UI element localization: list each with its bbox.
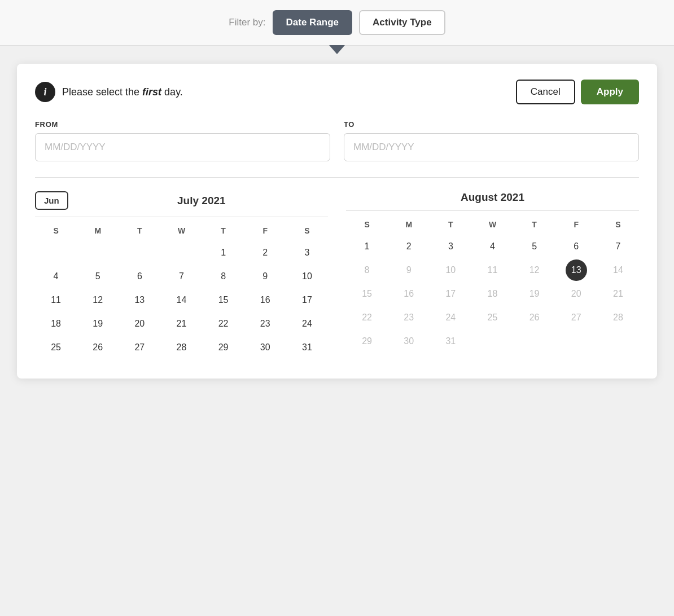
to-label: TO	[344, 120, 639, 129]
july-day-14[interactable]: 14	[170, 289, 192, 311]
july-empty-2	[87, 242, 108, 263]
apply-button[interactable]: Apply	[581, 80, 639, 104]
aug-day-26: 26	[524, 307, 545, 328]
aug-day-9: 9	[398, 259, 419, 281]
aug-day-16: 16	[398, 283, 419, 305]
aug-day-21: 21	[607, 283, 629, 305]
date-range-filter-button[interactable]: Date Range	[273, 10, 353, 35]
aug-day-10: 10	[440, 259, 461, 281]
july-day-22[interactable]: 22	[213, 313, 234, 335]
aug-header-fri: F	[555, 220, 597, 234]
aug-day-28: 28	[607, 307, 629, 328]
info-left: i Please select the first day.	[35, 82, 183, 102]
aug-day-15: 15	[356, 283, 378, 305]
cancel-button[interactable]: Cancel	[516, 80, 575, 104]
prev-month-button[interactable]: Jun	[35, 191, 68, 210]
aug-day-22: 22	[356, 307, 378, 328]
panel-top-row: i Please select the first day. Cancel Ap…	[35, 80, 639, 104]
july-title: July 2021	[75, 195, 328, 207]
july-header-tue: T	[119, 226, 160, 240]
aug-day-23: 23	[398, 307, 419, 328]
date-picker-panel: i Please select the first day. Cancel Ap…	[17, 64, 657, 379]
july-day-18[interactable]: 18	[45, 313, 67, 335]
aug-empty-2	[524, 331, 545, 352]
july-day-28[interactable]: 28	[170, 337, 192, 358]
july-header-sun: S	[35, 226, 77, 240]
july-header-fri: F	[244, 226, 286, 240]
filter-bar: Filter by: Date Range Activity Type	[0, 0, 674, 46]
filter-label: Filter by:	[229, 17, 265, 28]
july-header-sat: S	[286, 226, 328, 240]
august-calendar: August 2021 S M T W T F S 1 2 3 4	[346, 191, 639, 358]
july-day-10[interactable]: 10	[296, 266, 318, 287]
july-day-29[interactable]: 29	[213, 337, 234, 358]
july-day-6[interactable]: 6	[129, 266, 150, 287]
info-icon: i	[35, 82, 55, 102]
to-field: TO	[344, 120, 639, 161]
july-day-4[interactable]: 4	[45, 266, 67, 287]
aug-empty-1	[482, 331, 503, 352]
aug-day-14: 14	[607, 259, 629, 281]
page-container: Filter by: Date Range Activity Type i Pl…	[0, 0, 674, 616]
aug-empty-4	[607, 331, 629, 352]
july-empty-3	[129, 242, 150, 263]
july-day-1[interactable]: 1	[213, 242, 234, 263]
july-header-thu: T	[203, 226, 244, 240]
from-field: FROM	[35, 120, 330, 161]
july-divider	[35, 217, 328, 217]
aug-day-1[interactable]: 1	[356, 236, 378, 257]
to-input[interactable]	[344, 133, 639, 161]
july-day-5[interactable]: 5	[87, 266, 108, 287]
july-empty-4	[170, 242, 192, 263]
july-day-19[interactable]: 19	[87, 313, 108, 335]
aug-day-17: 17	[440, 283, 461, 305]
july-day-21[interactable]: 21	[170, 313, 192, 335]
july-day-31[interactable]: 31	[296, 337, 318, 358]
august-calendar-header: August 2021	[346, 191, 639, 204]
aug-day-13[interactable]: 13	[566, 259, 587, 281]
aug-day-11: 11	[482, 259, 503, 281]
aug-day-6[interactable]: 6	[566, 236, 587, 257]
july-header-wed: W	[160, 226, 202, 240]
date-inputs-row: FROM TO	[35, 120, 639, 161]
july-day-11[interactable]: 11	[45, 289, 67, 311]
august-divider	[346, 210, 639, 211]
july-day-16[interactable]: 16	[255, 289, 276, 311]
july-header-mon: M	[77, 226, 119, 240]
july-day-15[interactable]: 15	[213, 289, 234, 311]
july-day-20[interactable]: 20	[129, 313, 150, 335]
aug-day-18: 18	[482, 283, 503, 305]
july-calendar-header: Jun July 2021	[35, 191, 328, 210]
activity-type-filter-button[interactable]: Activity Type	[359, 10, 445, 35]
july-day-13[interactable]: 13	[129, 289, 150, 311]
aug-day-30: 30	[398, 331, 419, 352]
aug-day-2[interactable]: 2	[398, 236, 419, 257]
july-day-25[interactable]: 25	[45, 337, 67, 358]
info-message: Please select the first day.	[62, 86, 183, 98]
july-day-7[interactable]: 7	[170, 266, 192, 287]
july-day-8[interactable]: 8	[213, 266, 234, 287]
july-day-23[interactable]: 23	[255, 313, 276, 335]
aug-day-19: 19	[524, 283, 545, 305]
july-day-30[interactable]: 30	[255, 337, 276, 358]
july-day-24[interactable]: 24	[296, 313, 318, 335]
july-day-26[interactable]: 26	[87, 337, 108, 358]
july-day-27[interactable]: 27	[129, 337, 150, 358]
aug-day-7[interactable]: 7	[607, 236, 629, 257]
aug-day-29: 29	[356, 331, 378, 352]
july-day-9[interactable]: 9	[255, 266, 276, 287]
aug-day-4[interactable]: 4	[482, 236, 503, 257]
from-input[interactable]	[35, 133, 330, 161]
aug-header-wed: W	[471, 220, 513, 234]
july-day-2[interactable]: 2	[255, 242, 276, 263]
aug-day-31: 31	[440, 331, 461, 352]
aug-day-3[interactable]: 3	[440, 236, 461, 257]
aug-day-8: 8	[356, 259, 378, 281]
july-day-17[interactable]: 17	[296, 289, 318, 311]
july-day-12[interactable]: 12	[87, 289, 108, 311]
july-day-3[interactable]: 3	[296, 242, 318, 263]
aug-header-thu: T	[514, 220, 555, 234]
aug-day-5[interactable]: 5	[524, 236, 545, 257]
july-calendar: Jun July 2021 S M T W T F S	[35, 191, 328, 358]
aug-day-25: 25	[482, 307, 503, 328]
